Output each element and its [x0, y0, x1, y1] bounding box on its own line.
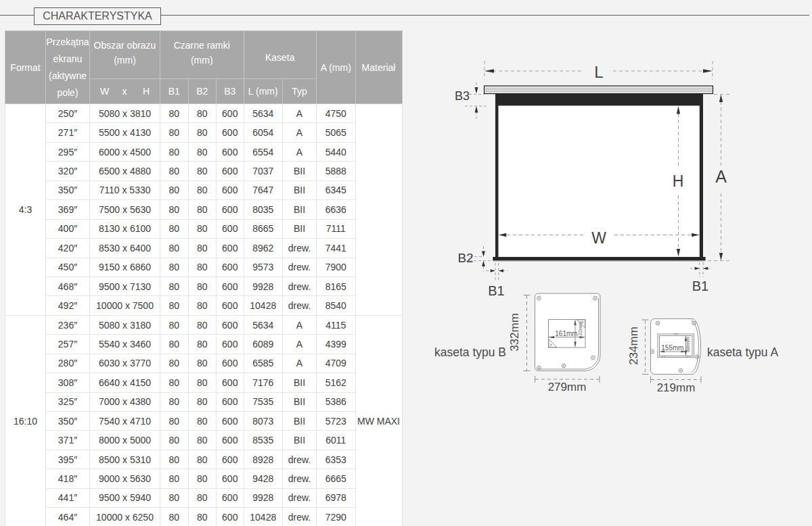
svg-text:H: H: [673, 172, 684, 190]
svg-text:155mm: 155mm: [661, 344, 683, 352]
svg-text:279mm: 279mm: [548, 381, 587, 393]
svg-text:B1: B1: [488, 283, 504, 298]
svg-text:W: W: [591, 229, 606, 247]
svg-text:88mm: 88mm: [685, 337, 691, 352]
svg-text:kaseta typu A: kaseta typu A: [707, 345, 778, 359]
svg-text:332mm: 332mm: [508, 313, 521, 352]
svg-text:22mm: 22mm: [577, 322, 583, 336]
svg-text:B3: B3: [455, 89, 470, 103]
svg-text:234mm: 234mm: [627, 327, 640, 365]
svg-text:161mm: 161mm: [555, 330, 577, 337]
svg-text:L: L: [594, 63, 603, 81]
svg-text:kaseta typu B: kaseta typu B: [434, 345, 506, 359]
svg-text:A: A: [715, 167, 727, 186]
svg-text:B2: B2: [457, 251, 473, 265]
svg-text:219mm: 219mm: [657, 381, 696, 394]
svg-text:B1: B1: [692, 279, 708, 293]
